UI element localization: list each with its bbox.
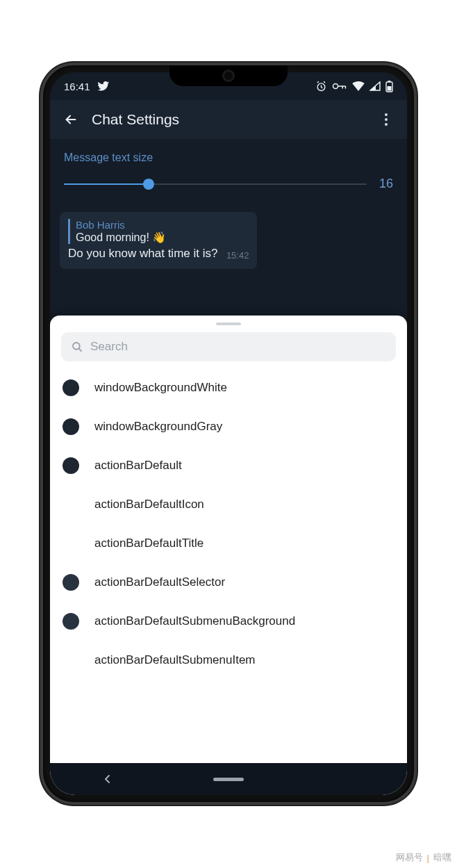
theme-item[interactable]: actionBarDefaultSelector xyxy=(50,563,407,602)
theme-item-label: actionBarDefaultTitle xyxy=(94,537,203,550)
search-icon xyxy=(71,341,83,353)
nav-back-button[interactable] xyxy=(99,774,117,784)
theme-editor-sheet: windowBackgroundWhitewindowBackgroundGra… xyxy=(50,316,407,795)
theme-item-label: actionBarDefaultSelector xyxy=(94,575,225,589)
color-swatch xyxy=(63,418,79,435)
search-input[interactable] xyxy=(90,340,386,354)
watermark-name: 暗嘿 xyxy=(433,851,451,864)
theme-item-label: actionBarDefaultIcon xyxy=(94,498,204,511)
search-box[interactable] xyxy=(61,332,396,361)
wifi-icon xyxy=(352,81,365,91)
message-bubble: Bob Harris Good morning! 👋 Do you know w… xyxy=(60,212,257,269)
theme-item-label: actionBarDefault xyxy=(94,459,182,473)
message-time: 15:42 xyxy=(226,250,249,261)
color-swatch xyxy=(63,496,79,513)
watermark-brand: 网易号 xyxy=(396,851,423,864)
theme-item[interactable]: actionBarDefaultTitle xyxy=(50,524,407,563)
svg-rect-3 xyxy=(388,86,392,91)
color-swatch xyxy=(63,457,79,474)
battery-icon xyxy=(385,81,393,92)
overflow-menu-button[interactable] xyxy=(372,106,400,133)
theme-item[interactable]: actionBarDefault xyxy=(50,446,407,485)
color-swatch xyxy=(63,379,79,396)
nav-home-pill[interactable] xyxy=(213,778,244,781)
watermark: 网易号 | 暗嘿 xyxy=(396,851,451,864)
theme-item-label: windowBackgroundWhite xyxy=(94,381,227,395)
phone-notch xyxy=(169,65,288,86)
theme-item-label: actionBarDefaultSubmenuItem xyxy=(94,653,256,667)
vpn-icon xyxy=(332,81,347,91)
reply-text: Good morning! 👋 xyxy=(76,231,249,244)
theme-item[interactable]: actionBarDefaultSubmenuItem xyxy=(50,641,407,680)
text-size-label: Message text size xyxy=(64,152,393,164)
signal-icon xyxy=(369,81,381,91)
color-swatch xyxy=(63,574,79,591)
alarm-icon xyxy=(315,81,327,92)
android-nav-bar xyxy=(50,763,407,795)
color-swatch xyxy=(63,535,79,552)
theme-item[interactable]: actionBarDefaultSubmenuBackground xyxy=(50,602,407,641)
theme-item-label: actionBarDefaultSubmenuBackground xyxy=(94,614,295,628)
sheet-grabber[interactable] xyxy=(216,322,241,325)
back-button[interactable] xyxy=(57,106,85,133)
text-size-slider[interactable] xyxy=(64,183,367,185)
theme-item[interactable]: windowBackgroundGray xyxy=(50,407,407,446)
theme-item[interactable]: actionBarDefaultIcon xyxy=(50,485,407,524)
text-size-value: 16 xyxy=(376,177,393,191)
theme-list: windowBackgroundWhitewindowBackgroundGra… xyxy=(50,366,407,764)
color-swatch xyxy=(63,613,79,630)
app-header: Chat Settings xyxy=(50,100,407,139)
page-title: Chat Settings xyxy=(92,111,179,128)
svg-rect-4 xyxy=(388,81,391,82)
color-swatch xyxy=(63,652,79,669)
twitter-icon xyxy=(97,80,110,92)
chat-preview: Bob Harris Good morning! 👋 Do you know w… xyxy=(50,204,407,269)
theme-item-label: windowBackgroundGray xyxy=(94,420,222,434)
reply-sender: Bob Harris xyxy=(76,219,249,231)
status-time: 16:41 xyxy=(64,81,90,92)
svg-point-1 xyxy=(333,83,338,88)
message-text: Do you know what time it is? xyxy=(68,247,217,260)
text-size-section: Message text size 16 xyxy=(50,139,407,204)
theme-item[interactable]: windowBackgroundWhite xyxy=(50,368,407,407)
